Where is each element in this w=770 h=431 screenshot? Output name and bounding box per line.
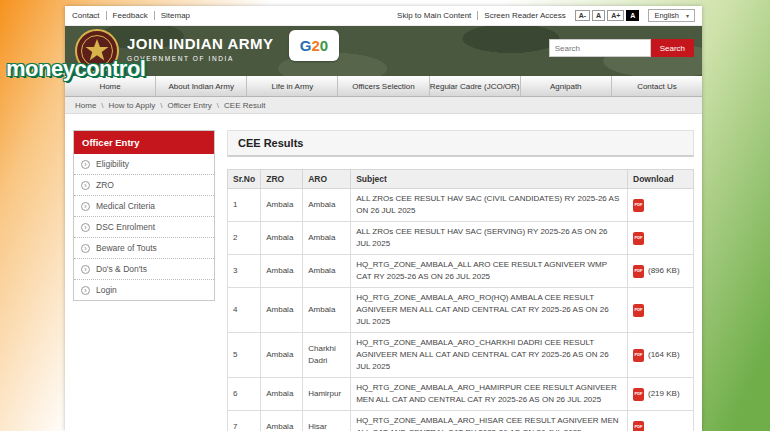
language-select[interactable]: English ▾ — [648, 9, 695, 22]
pdf-icon[interactable]: PDF — [633, 388, 644, 401]
column-header-zro: ZRO — [261, 170, 303, 189]
pdf-icon[interactable]: PDF — [633, 232, 644, 245]
cell-zro: Ambala — [261, 288, 303, 333]
search-input[interactable] — [549, 39, 651, 57]
pdf-icon[interactable]: PDF — [633, 265, 644, 278]
breadcrumb-item-cee-result: CEE Result — [224, 101, 265, 110]
pdf-icon[interactable]: PDF — [633, 421, 644, 431]
nav-item-agnipath[interactable]: Agnipath — [521, 76, 612, 96]
nav-item-officers-selection[interactable]: Officers Selection — [338, 76, 429, 96]
cell-download: PDF — [628, 288, 694, 333]
table-row: 7AmbalaHisarHQ_RTG_ZONE_AMBALA_ARO_HISAR… — [228, 411, 694, 431]
breadcrumb-item-how-to-apply[interactable]: How to Apply — [109, 101, 156, 110]
top-link-contact[interactable]: Contact — [72, 11, 107, 20]
topbar-right: Skip to Main ContentScreen Reader Access… — [397, 9, 695, 22]
cell-subject: HQ_RTG_ZONE_AMBALA_ARO_HAMIRPUR CEE RESU… — [351, 378, 628, 411]
arrow-circle-icon: › — [81, 223, 90, 232]
cell-srno: 2 — [228, 222, 261, 255]
cell-zro: Ambala — [261, 411, 303, 431]
top-link-feedback[interactable]: Feedback — [113, 11, 155, 20]
top-link-screen-reader-access[interactable]: Screen Reader Access — [484, 11, 565, 20]
cell-zro: Ambala — [261, 189, 303, 222]
breadcrumb-item-officer-entry[interactable]: Officer Entry — [168, 101, 212, 110]
table-head: Sr.NoZROAROSubjectDownload — [228, 170, 694, 189]
cell-aro: Ambala — [303, 222, 351, 255]
cell-subject: ALL ZROs CEE RESULT HAV SAC (CIVIL CANDI… — [351, 189, 628, 222]
chevron-down-icon: ▾ — [686, 12, 689, 19]
cell-zro: Ambala — [261, 378, 303, 411]
table-row: 3AmbalaAmbalaHQ_RTG_ZONE_AMBALA_ALL ARO … — [228, 255, 694, 288]
nav-item-regular-cadre-jco-or[interactable]: Regular Cadre (JCO/OR) — [430, 76, 521, 96]
table-header-row: Sr.NoZROAROSubjectDownload — [228, 170, 694, 189]
column-header-aro: ARO — [303, 170, 351, 189]
arrow-circle-icon: › — [81, 160, 90, 169]
download-size: (219 KB) — [648, 389, 680, 398]
sidebar-item-eligibility[interactable]: ›Eligibility — [74, 154, 214, 175]
tricolor-background: moneycontrol ContactFeedbackSitemap Skip… — [0, 0, 770, 431]
sidebar-item-label: Do's & Don'ts — [96, 264, 147, 274]
cell-aro: Hamirpur — [303, 378, 351, 411]
sidebar-item-dsc-enrolment[interactable]: ›DSC Enrolment — [74, 217, 214, 238]
arrow-circle-icon: › — [81, 181, 90, 190]
breadcrumb-separator: \ — [160, 101, 162, 110]
page-title: CEE Results — [238, 137, 303, 149]
sidebar-item-medical-criteria[interactable]: ›Medical Criteria — [74, 196, 214, 217]
font-size-controls: A-AA+A — [575, 10, 640, 22]
download-size: (164 KB) — [648, 350, 680, 359]
cell-download: PDF — [628, 411, 694, 431]
topbar-links-left: ContactFeedbackSitemap — [72, 11, 190, 20]
cell-download: PDF(219 KB) — [628, 378, 694, 411]
font-size-button-0[interactable]: A- — [575, 10, 590, 22]
top-link-sitemap[interactable]: Sitemap — [161, 11, 190, 20]
cell-srno: 5 — [228, 333, 261, 378]
cell-srno: 7 — [228, 411, 261, 431]
column-header-sr-no: Sr.No — [228, 170, 261, 189]
sidebar-title: Officer Entry — [74, 131, 214, 154]
sidebar-item-label: Eligibility — [96, 159, 129, 169]
cell-subject: HQ_RTG_ZONE_AMBALA_ALL ARO CEE RESULT AG… — [351, 255, 628, 288]
g20-logo: G20 — [289, 30, 339, 61]
cell-srno: 1 — [228, 189, 261, 222]
nav-item-contact-us[interactable]: Contact Us — [612, 76, 702, 96]
sidebar-item-label: ZRO — [96, 180, 114, 190]
g20-letter: 2 — [311, 37, 319, 54]
pdf-icon[interactable]: PDF — [633, 349, 644, 362]
font-size-button-1[interactable]: A — [592, 10, 605, 22]
font-size-button-3[interactable]: A — [626, 10, 639, 22]
sidebar-item-login[interactable]: ›Login — [74, 280, 214, 300]
cell-zro: Ambala — [261, 333, 303, 378]
cell-aro: Ambala — [303, 255, 351, 288]
search-button[interactable]: Search — [651, 39, 694, 57]
breadcrumb: Home\How to Apply\Officer Entry\CEE Resu… — [65, 97, 702, 114]
cell-aro: Hisar — [303, 411, 351, 431]
sidebar-item-beware-of-touts[interactable]: ›Beware of Touts — [74, 238, 214, 259]
top-link-skip-to-main-content[interactable]: Skip to Main Content — [397, 11, 478, 20]
breadcrumb-separator: \ — [101, 101, 103, 110]
nav-item-about-indian-army[interactable]: About Indian Army — [156, 76, 247, 96]
sidebar-item-label: DSC Enrolment — [96, 222, 155, 232]
sidebar-items: ›Eligibility›ZRO›Medical Criteria›DSC En… — [74, 154, 214, 300]
pdf-icon[interactable]: PDF — [633, 199, 644, 212]
breadcrumb-separator: \ — [217, 101, 219, 110]
cell-download: PDF — [628, 189, 694, 222]
font-size-button-2[interactable]: A+ — [607, 10, 624, 22]
cell-srno: 4 — [228, 288, 261, 333]
topbar-links-right: Skip to Main ContentScreen Reader Access — [397, 11, 566, 20]
site-subtitle: GOVERNMENT OF INDIA — [127, 55, 274, 62]
cell-subject: HQ_RTG_ZONE_AMBALA_ARO_RO(HQ) AMBALA CEE… — [351, 288, 628, 333]
pdf-icon[interactable]: PDF — [633, 304, 644, 317]
cell-aro: Ambala — [303, 288, 351, 333]
sidebar-item-zro[interactable]: ›ZRO — [74, 175, 214, 196]
top-utility-bar: ContactFeedbackSitemap Skip to Main Cont… — [65, 6, 702, 26]
search-area: Search — [549, 39, 694, 57]
cell-srno: 6 — [228, 378, 261, 411]
column-header-subject: Subject — [351, 170, 628, 189]
cee-results-table: Sr.NoZROAROSubjectDownload 1AmbalaAmbala… — [227, 169, 694, 431]
cell-subject: HQ_RTG_ZONE_AMBALA_ARO_HISAR CEE RESULT … — [351, 411, 628, 431]
sidebar-item-do-s-don-ts[interactable]: ›Do's & Don'ts — [74, 259, 214, 280]
sidebar-item-label: Medical Criteria — [96, 201, 155, 211]
cell-aro: Ambala — [303, 189, 351, 222]
arrow-circle-icon: › — [81, 202, 90, 211]
nav-item-life-in-army[interactable]: Life in Army — [247, 76, 338, 96]
breadcrumb-item-home[interactable]: Home — [75, 101, 96, 110]
